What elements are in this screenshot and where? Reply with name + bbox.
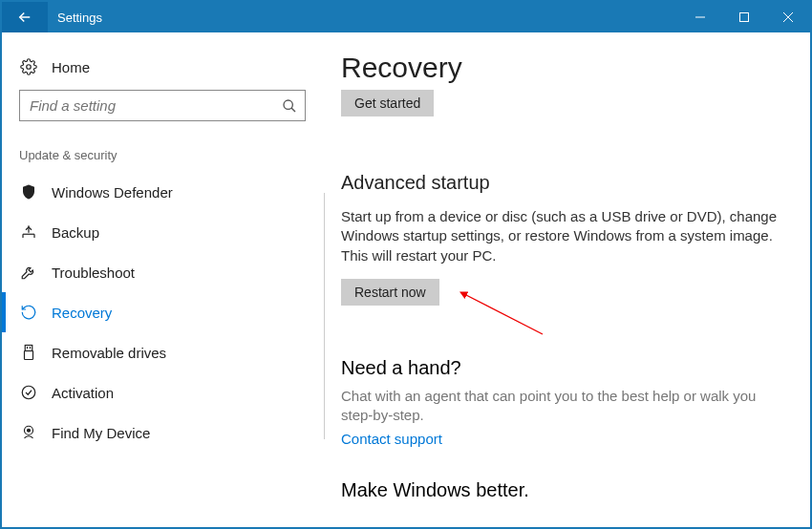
category-label: Update & security [13,148,311,172]
location-icon [19,423,38,442]
usb-icon [19,343,38,362]
sidebar-item-windows-defender[interactable]: Windows Defender [13,172,311,212]
sidebar: Home Update & security Windows Defender … [2,32,323,527]
search-icon [282,98,297,114]
help-text: Chat with an agent that can point you to… [341,387,785,426]
minimize-button[interactable] [678,2,722,32]
help-heading: Need a hand? [341,357,785,379]
sidebar-item-recovery[interactable]: Recovery [13,292,311,332]
svg-rect-8 [25,351,33,360]
window-controls [678,2,810,32]
svg-point-13 [28,429,31,432]
backup-icon [19,222,38,242]
search-input[interactable] [19,90,306,121]
minimize-icon [694,11,706,23]
gear-icon [19,57,38,76]
home-label: Home [52,59,90,75]
sidebar-item-label: Windows Defender [52,184,173,201]
get-started-button[interactable]: Get started [341,90,434,116]
search-field[interactable] [30,97,282,114]
page-heading: Recovery [341,52,785,84]
contact-support-link[interactable]: Contact support [341,431,785,447]
svg-rect-1 [740,13,749,22]
home-button[interactable]: Home [13,52,311,90]
recovery-icon [19,303,38,322]
sidebar-item-label: Recovery [52,305,112,321]
arrow-left-icon [16,9,33,26]
titlebar: Settings [2,2,810,32]
maximize-button[interactable] [722,2,766,32]
check-circle-icon [19,383,38,402]
sidebar-item-activation[interactable]: Activation [13,372,311,413]
svg-point-5 [284,100,292,109]
window-title: Settings [57,11,102,25]
wrench-icon [19,263,38,282]
make-better-heading: Make Windows better. [341,479,785,501]
sidebar-item-label: Find My Device [52,425,150,441]
sidebar-item-label: Activation [52,385,114,401]
svg-point-11 [22,386,35,399]
content: Home Update & security Windows Defender … [2,32,810,527]
close-icon [782,11,794,23]
sidebar-item-label: Backup [52,224,99,241]
restart-now-button[interactable]: Restart now [341,279,439,306]
close-button[interactable] [766,2,810,32]
sidebar-item-label: Removable drives [52,345,166,361]
sidebar-item-label: Troubleshoot [52,264,135,281]
sidebar-item-removable-drives[interactable]: Removable drives [13,332,311,372]
advanced-startup-text: Start up from a device or disc (such as … [341,207,785,265]
sidebar-item-backup[interactable]: Backup [13,212,311,252]
svg-rect-7 [25,346,32,351]
sidebar-item-find-my-device[interactable]: Find My Device [13,413,311,453]
sidebar-item-troubleshoot[interactable]: Troubleshoot [13,252,311,292]
shield-icon [19,182,38,201]
back-button[interactable] [2,2,48,32]
advanced-startup-heading: Advanced startup [341,172,785,194]
svg-point-4 [27,65,32,70]
maximize-icon [738,11,750,23]
svg-line-6 [291,108,295,112]
main-panel: Recovery Get started Advanced startup St… [323,32,810,527]
